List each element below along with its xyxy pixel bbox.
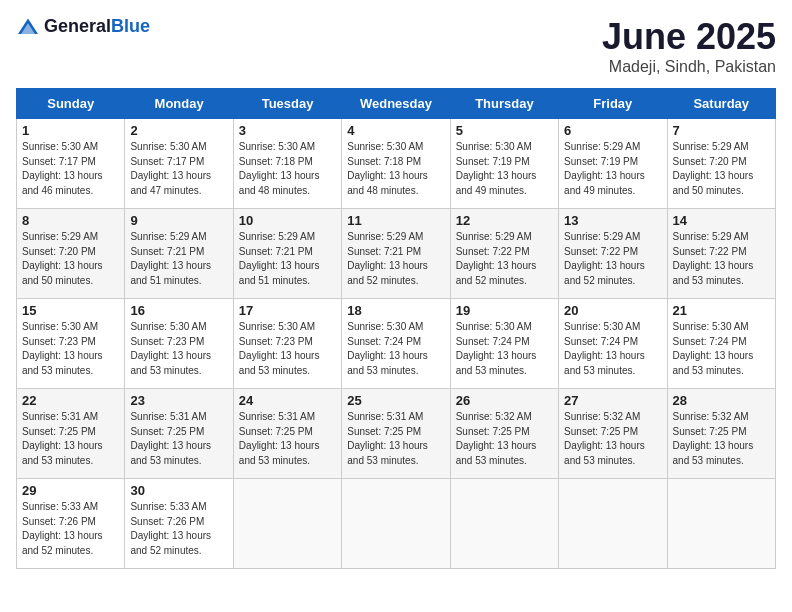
day-info: Sunrise: 5:30 AMSunset: 7:17 PMDaylight:… <box>130 141 211 196</box>
day-info: Sunrise: 5:30 AMSunset: 7:18 PMDaylight:… <box>347 141 428 196</box>
day-info: Sunrise: 5:30 AMSunset: 7:19 PMDaylight:… <box>456 141 537 196</box>
day-cell-25: 25 Sunrise: 5:31 AMSunset: 7:25 PMDaylig… <box>342 389 450 479</box>
day-cell-10: 10 Sunrise: 5:29 AMSunset: 7:21 PMDaylig… <box>233 209 341 299</box>
month-title: June 2025 <box>602 16 776 58</box>
day-cell-6: 6 Sunrise: 5:29 AMSunset: 7:19 PMDayligh… <box>559 119 667 209</box>
day-cell-16: 16 Sunrise: 5:30 AMSunset: 7:23 PMDaylig… <box>125 299 233 389</box>
day-cell-30: 30 Sunrise: 5:33 AMSunset: 7:26 PMDaylig… <box>125 479 233 569</box>
day-number: 17 <box>239 303 336 318</box>
header-day-monday: Monday <box>125 89 233 119</box>
day-number: 21 <box>673 303 770 318</box>
day-number: 26 <box>456 393 553 408</box>
day-cell-5: 5 Sunrise: 5:30 AMSunset: 7:19 PMDayligh… <box>450 119 558 209</box>
day-number: 30 <box>130 483 227 498</box>
header-day-friday: Friday <box>559 89 667 119</box>
location-title: Madeji, Sindh, Pakistan <box>602 58 776 76</box>
day-info: Sunrise: 5:29 AMSunset: 7:20 PMDaylight:… <box>673 141 754 196</box>
day-info: Sunrise: 5:30 AMSunset: 7:18 PMDaylight:… <box>239 141 320 196</box>
day-number: 4 <box>347 123 444 138</box>
day-info: Sunrise: 5:31 AMSunset: 7:25 PMDaylight:… <box>130 411 211 466</box>
day-number: 11 <box>347 213 444 228</box>
day-number: 5 <box>456 123 553 138</box>
day-info: Sunrise: 5:29 AMSunset: 7:19 PMDaylight:… <box>564 141 645 196</box>
day-cell-15: 15 Sunrise: 5:30 AMSunset: 7:23 PMDaylig… <box>17 299 125 389</box>
calendar-week-2: 8 Sunrise: 5:29 AMSunset: 7:20 PMDayligh… <box>17 209 776 299</box>
day-cell-22: 22 Sunrise: 5:31 AMSunset: 7:25 PMDaylig… <box>17 389 125 479</box>
day-number: 19 <box>456 303 553 318</box>
logo-general: General <box>44 16 111 36</box>
day-info: Sunrise: 5:31 AMSunset: 7:25 PMDaylight:… <box>347 411 428 466</box>
day-info: Sunrise: 5:29 AMSunset: 7:22 PMDaylight:… <box>564 231 645 286</box>
day-info: Sunrise: 5:32 AMSunset: 7:25 PMDaylight:… <box>564 411 645 466</box>
day-number: 1 <box>22 123 119 138</box>
day-cell-24: 24 Sunrise: 5:31 AMSunset: 7:25 PMDaylig… <box>233 389 341 479</box>
day-info: Sunrise: 5:29 AMSunset: 7:21 PMDaylight:… <box>347 231 428 286</box>
day-cell-27: 27 Sunrise: 5:32 AMSunset: 7:25 PMDaylig… <box>559 389 667 479</box>
day-info: Sunrise: 5:29 AMSunset: 7:21 PMDaylight:… <box>130 231 211 286</box>
day-number: 27 <box>564 393 661 408</box>
day-info: Sunrise: 5:30 AMSunset: 7:24 PMDaylight:… <box>347 321 428 376</box>
day-info: Sunrise: 5:33 AMSunset: 7:26 PMDaylight:… <box>130 501 211 556</box>
day-cell-2: 2 Sunrise: 5:30 AMSunset: 7:17 PMDayligh… <box>125 119 233 209</box>
title-area: June 2025 Madeji, Sindh, Pakistan <box>602 16 776 76</box>
day-cell-14: 14 Sunrise: 5:29 AMSunset: 7:22 PMDaylig… <box>667 209 775 299</box>
day-info: Sunrise: 5:33 AMSunset: 7:26 PMDaylight:… <box>22 501 103 556</box>
day-number: 6 <box>564 123 661 138</box>
day-info: Sunrise: 5:30 AMSunset: 7:24 PMDaylight:… <box>673 321 754 376</box>
day-info: Sunrise: 5:30 AMSunset: 7:24 PMDaylight:… <box>456 321 537 376</box>
day-cell-17: 17 Sunrise: 5:30 AMSunset: 7:23 PMDaylig… <box>233 299 341 389</box>
day-cell-21: 21 Sunrise: 5:30 AMSunset: 7:24 PMDaylig… <box>667 299 775 389</box>
day-cell-18: 18 Sunrise: 5:30 AMSunset: 7:24 PMDaylig… <box>342 299 450 389</box>
day-info: Sunrise: 5:29 AMSunset: 7:22 PMDaylight:… <box>456 231 537 286</box>
day-number: 28 <box>673 393 770 408</box>
empty-cell <box>450 479 558 569</box>
logo-icon <box>16 17 40 37</box>
header-day-thursday: Thursday <box>450 89 558 119</box>
day-info: Sunrise: 5:30 AMSunset: 7:23 PMDaylight:… <box>130 321 211 376</box>
day-info: Sunrise: 5:30 AMSunset: 7:23 PMDaylight:… <box>22 321 103 376</box>
day-number: 12 <box>456 213 553 228</box>
day-number: 10 <box>239 213 336 228</box>
day-number: 25 <box>347 393 444 408</box>
calendar-week-3: 15 Sunrise: 5:30 AMSunset: 7:23 PMDaylig… <box>17 299 776 389</box>
day-cell-19: 19 Sunrise: 5:30 AMSunset: 7:24 PMDaylig… <box>450 299 558 389</box>
day-number: 18 <box>347 303 444 318</box>
day-number: 15 <box>22 303 119 318</box>
day-number: 20 <box>564 303 661 318</box>
header-day-saturday: Saturday <box>667 89 775 119</box>
day-number: 16 <box>130 303 227 318</box>
day-cell-20: 20 Sunrise: 5:30 AMSunset: 7:24 PMDaylig… <box>559 299 667 389</box>
day-info: Sunrise: 5:30 AMSunset: 7:23 PMDaylight:… <box>239 321 320 376</box>
day-cell-28: 28 Sunrise: 5:32 AMSunset: 7:25 PMDaylig… <box>667 389 775 479</box>
header: GeneralBlue June 2025 Madeji, Sindh, Pak… <box>16 16 776 76</box>
calendar-week-4: 22 Sunrise: 5:31 AMSunset: 7:25 PMDaylig… <box>17 389 776 479</box>
day-cell-9: 9 Sunrise: 5:29 AMSunset: 7:21 PMDayligh… <box>125 209 233 299</box>
calendar-week-1: 1 Sunrise: 5:30 AMSunset: 7:17 PMDayligh… <box>17 119 776 209</box>
empty-cell <box>667 479 775 569</box>
logo: GeneralBlue <box>16 16 150 37</box>
empty-cell <box>233 479 341 569</box>
day-cell-11: 11 Sunrise: 5:29 AMSunset: 7:21 PMDaylig… <box>342 209 450 299</box>
day-cell-7: 7 Sunrise: 5:29 AMSunset: 7:20 PMDayligh… <box>667 119 775 209</box>
day-info: Sunrise: 5:30 AMSunset: 7:17 PMDaylight:… <box>22 141 103 196</box>
day-cell-4: 4 Sunrise: 5:30 AMSunset: 7:18 PMDayligh… <box>342 119 450 209</box>
day-info: Sunrise: 5:29 AMSunset: 7:21 PMDaylight:… <box>239 231 320 286</box>
day-cell-12: 12 Sunrise: 5:29 AMSunset: 7:22 PMDaylig… <box>450 209 558 299</box>
empty-cell <box>342 479 450 569</box>
day-cell-29: 29 Sunrise: 5:33 AMSunset: 7:26 PMDaylig… <box>17 479 125 569</box>
day-info: Sunrise: 5:29 AMSunset: 7:20 PMDaylight:… <box>22 231 103 286</box>
day-cell-8: 8 Sunrise: 5:29 AMSunset: 7:20 PMDayligh… <box>17 209 125 299</box>
day-number: 8 <box>22 213 119 228</box>
empty-cell <box>559 479 667 569</box>
day-number: 29 <box>22 483 119 498</box>
logo-blue: Blue <box>111 16 150 36</box>
header-day-tuesday: Tuesday <box>233 89 341 119</box>
day-number: 7 <box>673 123 770 138</box>
day-number: 24 <box>239 393 336 408</box>
header-day-sunday: Sunday <box>17 89 125 119</box>
calendar-table: SundayMondayTuesdayWednesdayThursdayFrid… <box>16 88 776 569</box>
calendar-week-5: 29 Sunrise: 5:33 AMSunset: 7:26 PMDaylig… <box>17 479 776 569</box>
day-info: Sunrise: 5:32 AMSunset: 7:25 PMDaylight:… <box>673 411 754 466</box>
day-cell-1: 1 Sunrise: 5:30 AMSunset: 7:17 PMDayligh… <box>17 119 125 209</box>
day-cell-3: 3 Sunrise: 5:30 AMSunset: 7:18 PMDayligh… <box>233 119 341 209</box>
